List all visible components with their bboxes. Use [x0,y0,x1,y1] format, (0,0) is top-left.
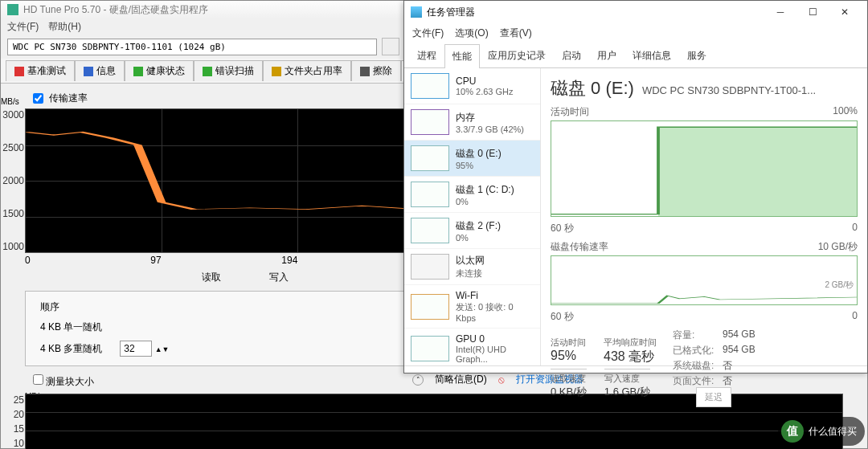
tm-menu-file[interactable]: 文件(F) [412,27,444,40]
tab-icon [203,67,212,76]
hdtune-tab-3[interactable]: 错误扫描 [194,60,263,81]
transfer-chart: 2 GB/秒 [551,255,858,305]
chart1-xl: 60 秒 [551,222,574,235]
hdtune-tab-0[interactable]: 基准测试 [6,60,75,81]
stat-active-label: 活动时间 [551,337,586,349]
tm-main-panel: 磁盘 0 (E:) WDC PC SN730 SDBPNTY-1T00-1...… [541,68,867,365]
sidebar-item-gpu-7[interactable]: GPU 0Intel(R) UHD Graph... [404,329,540,365]
small-y-axis: 25201510 [6,394,24,449]
sidebar-item-disk-3[interactable]: 磁盘 1 (C: D:)0% [404,177,540,213]
hdtune-title-text: HD Tune Pro 5.70 - 硬盘/固态硬盘实用程序 [23,3,208,17]
tab-icon [272,67,281,76]
thumb-icon [411,336,449,361]
read-label: 读取 [202,271,221,284]
tm-icon [411,6,422,18]
thumb-icon [411,109,449,135]
thumb-icon [411,145,449,171]
tm-menu-view[interactable]: 查看(V) [500,27,532,40]
stat-write-label: 写入速度 [604,373,650,385]
blocksize-checkbox-label: 测量块大小 [46,376,94,387]
info-row: 容量:954 GB [673,329,755,342]
sidebar-item-wifi-6[interactable]: Wi-Fi发送: 0 接收: 0 Kbps [404,285,540,329]
tm-tabs: 进程性能应用历史记录启动用户详细信息服务 [404,43,867,68]
thumb-icon [411,254,449,280]
menu-file[interactable]: 文件(F) [7,20,39,33]
chart1-xr: 0 [852,222,858,235]
watermark-text: 什么值得买 [809,425,857,439]
stat-write-value: 1.6 GB/秒 [604,385,650,399]
device-combo[interactable]: WDC PC SN730 SDBPNTY-1T00-1101 (1024 gB) [7,39,377,55]
y-unit-label: MB/s [1,97,19,106]
chart2-right: 10 GB/秒 [818,240,858,254]
info-row: 系统磁盘:否 [673,359,755,373]
disk-title: 磁盘 0 (E:) [551,76,634,100]
sidebar-item-cpu-0[interactable]: CPU10% 2.63 GHz [404,68,540,104]
delay-label: 延迟 [696,387,731,407]
close-button[interactable]: ✕ [829,1,861,23]
stat-read-value: 0 KB/秒 [551,385,587,399]
maximize-button[interactable]: ☐ [796,1,829,23]
chart2-xr: 0 [852,310,858,324]
tm-menubar: 文件(F) 选项(O) 查看(V) [404,23,867,43]
tab-icon [14,67,24,76]
tm-tab-4[interactable]: 用户 [589,43,624,67]
watermark: 值 什么值得买 [778,417,865,446]
seq-row2: 4 KB 多重随机 [32,338,110,359]
stat-resp-value: 438 毫秒 [604,349,657,365]
hdtune-tab-1[interactable]: 信息 [75,60,125,81]
thumb-icon [411,73,449,99]
temp-button[interactable] [382,38,399,55]
sidebar-item-disk-2[interactable]: 磁盘 0 (E:)95% [404,141,540,177]
disk-model: WDC PC SN730 SDBPNTY-1T00-1... [642,84,816,96]
sidebar-item-disk-4[interactable]: 磁盘 2 (F:)0% [404,213,540,249]
chevron-up-icon[interactable]: ˄ [412,374,424,386]
write-label: 写入 [269,271,289,284]
sidebar-item-eth-5[interactable]: 以太网未连接 [404,249,540,285]
brief-info-button[interactable]: 简略信息(D) [435,373,487,386]
hdtune-tab-5[interactable]: 擦除 [351,60,401,81]
tm-tab-6[interactable]: 服务 [679,43,714,67]
seq-row1: 4 KB 单一随机 [32,318,110,337]
queue-depth-spinner[interactable]: 32 [120,341,152,357]
thumb-icon [411,182,449,207]
transfer-checkbox[interactable] [33,93,43,104]
tab-icon [360,67,370,76]
info-row: 页面文件:否 [673,374,755,388]
hdtune-tab-2[interactable]: 健康状态 [125,60,194,81]
thumb-icon [411,294,449,320]
task-manager-window: 任务管理器 ─ ☐ ✕ 文件(F) 选项(O) 查看(V) 进程性能应用历史记录… [403,0,868,373]
chart1-right: 100% [833,105,858,119]
tab-icon [133,67,143,76]
tm-title-text: 任务管理器 [427,6,760,19]
tm-sidebar: CPU10% 2.63 GHz内存3.3/7.9 GB (42%)磁盘 0 (E… [404,68,541,365]
tm-tab-3[interactable]: 启动 [554,43,589,67]
perfmon-icon: ⦸ [498,374,505,386]
stat-resp-label: 平均响应时间 [604,337,657,349]
transfer-checkbox-label: 传输速率 [49,92,88,104]
info-row: 已格式化:954 GB [673,344,755,357]
activity-chart [551,120,858,217]
chart2-label: 磁盘传输速率 [551,240,608,254]
watermark-badge-icon: 值 [781,420,804,443]
tm-tab-2[interactable]: 应用历史记录 [480,43,554,67]
chart2-xl: 60 秒 [551,310,574,324]
tab-icon [84,67,93,76]
chart1-label: 活动时间 [551,105,589,119]
app-icon [7,4,18,15]
tm-tab-1[interactable]: 性能 [444,44,480,68]
sidebar-item-mem-1[interactable]: 内存3.3/7.9 GB (42%) [404,104,540,141]
tm-tab-0[interactable]: 进程 [409,43,444,67]
thumb-icon [411,218,449,243]
minimize-button[interactable]: ─ [764,1,796,23]
tm-titlebar[interactable]: 任务管理器 ─ ☐ ✕ [404,1,867,23]
stat-read-label: 读取速度 [551,373,587,385]
menu-help[interactable]: 帮助(H) [48,20,81,33]
hdtune-tab-4[interactable]: 文件夹占用率 [263,60,351,81]
tm-tab-5[interactable]: 详细信息 [624,43,679,67]
tm-menu-options[interactable]: 选项(O) [455,27,488,40]
y-axis: 30002500200015001000 [2,109,24,252]
blocksize-checkbox[interactable] [33,374,43,385]
seq-title: 顺序 [32,298,110,316]
stat-active-value: 95% [551,349,586,363]
